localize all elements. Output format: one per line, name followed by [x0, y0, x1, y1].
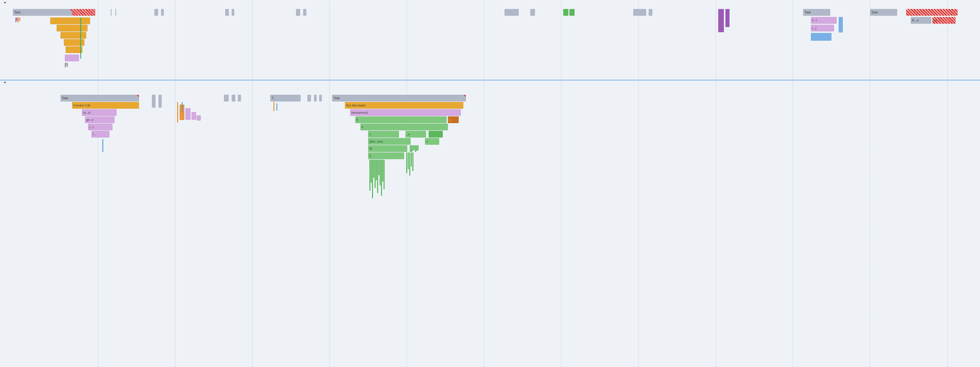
main-task-right-1[interactable]: Task: [803, 9, 830, 16]
main-small-task-5[interactable]: [296, 9, 300, 16]
main-gold-3[interactable]: [60, 32, 86, 38]
main-paren-block[interactable]: (...): [811, 25, 834, 32]
main-lat-block[interactable]: La...t: [932, 17, 956, 24]
worker-gray-2[interactable]: [232, 95, 235, 102]
worker-gray-3[interactable]: [238, 95, 241, 102]
worker-gray-5[interactable]: [314, 95, 317, 102]
worker-e-label: _e: [407, 132, 410, 136]
grid-line: [870, 0, 870, 367]
worker-bar-cluster-v: [406, 152, 414, 178]
worker-gray-6[interactable]: [319, 95, 322, 102]
main-green-2[interactable]: [570, 9, 574, 16]
worker-ft-paren-label: (...: [449, 118, 453, 121]
worker-z[interactable]: z: [368, 131, 399, 137]
worker-W[interactable]: W: [368, 145, 407, 152]
worker-small-task-1[interactable]: [152, 95, 156, 108]
main-task-2450-2[interactable]: [649, 9, 652, 16]
worker-anon-1-label: (a...s): [83, 111, 91, 114]
grid-line: [252, 0, 253, 367]
worker-t-label: T...: [272, 96, 276, 100]
main-green-1[interactable]: [563, 9, 568, 16]
main-paren-label: (...): [812, 27, 816, 30]
section-separator: [0, 80, 980, 80]
main-task-1-striped[interactable]: [72, 9, 95, 16]
worker-e[interactable]: _e: [406, 131, 426, 137]
grid-line: [175, 0, 175, 367]
worker-bar-cluster-w: [410, 145, 418, 152]
main-blue-block[interactable]: [839, 17, 843, 32]
worker-bar-1060: [274, 102, 274, 111]
worker-f-label: f...: [93, 132, 96, 136]
main-task-right-2-label: Task: [871, 11, 878, 14]
main-task-mid-2[interactable]: [530, 9, 535, 16]
worker-lt[interactable]: lt: [360, 124, 448, 130]
worker-small-task-2[interactable]: [159, 95, 162, 108]
main-purple-1[interactable]: [65, 54, 79, 61]
main-section-header[interactable]: [2, 2, 9, 5]
main-task-1[interactable]: Task: [13, 9, 72, 16]
worker-task-1[interactable]: Task: [60, 95, 139, 102]
main-blue-rect[interactable]: [811, 33, 832, 41]
worker-task-2-label: Task: [333, 96, 340, 100]
worker-blue-1074: [277, 103, 277, 110]
main-purple-bar-2: [725, 9, 730, 27]
worker-o[interactable]: o: [425, 138, 439, 145]
worker-ft-paren[interactable]: (...: [448, 116, 459, 123]
worker-color-bar-1: [177, 102, 178, 123]
worker-blue-bar-1: [102, 139, 103, 152]
worker-task-2[interactable]: Task: [332, 95, 466, 102]
worker-ge[interactable]: ge...e: [85, 116, 115, 123]
main-lat-label: La...t: [934, 19, 940, 22]
main-task-right-2[interactable]: Task: [870, 9, 897, 16]
grid-lines: [0, 0, 980, 367]
worker-V-label: V: [369, 154, 371, 157]
worker-W-label: W: [369, 147, 372, 150]
main-bar-cluster-1: [16, 18, 20, 24]
worker-purple-block-2[interactable]: [191, 112, 196, 120]
worker-ft[interactable]: ft: [355, 116, 447, 123]
worker-paren[interactable]: (...): [88, 124, 113, 130]
main-fl-label: F...l: [812, 19, 816, 22]
worker-task-1-label: Task: [62, 96, 68, 100]
worker-purple-block-1[interactable]: [185, 108, 191, 120]
main-re-block[interactable]: R...e: [911, 17, 931, 24]
worker-section-header[interactable]: [2, 81, 9, 85]
worker-f[interactable]: f...: [91, 131, 110, 137]
main-small-task-2[interactable]: [161, 9, 164, 16]
worker-gray-4[interactable]: [307, 95, 311, 102]
worker-anon-label: (anonymous): [352, 111, 368, 114]
main-task-mid-1[interactable]: [504, 9, 519, 16]
main-purple-bar-1: [718, 9, 724, 32]
worker-ft-label: ft: [356, 118, 358, 121]
grid-line: [561, 0, 562, 367]
worker-green-sm-1[interactable]: [429, 131, 443, 137]
main-small-task-1[interactable]: [154, 9, 158, 16]
main-fl-block[interactable]: F...l: [811, 17, 837, 24]
main-green-bar-1: [80, 18, 81, 59]
worker-gray-1[interactable]: [224, 95, 229, 102]
worker-t-task[interactable]: T...: [270, 95, 301, 102]
worker-blue-bar-2: [182, 102, 183, 112]
worker-function-call[interactable]: Function Call: [72, 102, 139, 109]
main-gold-4[interactable]: [64, 39, 84, 46]
main-gold-5[interactable]: [66, 46, 83, 53]
worker-V[interactable]: V: [368, 152, 404, 159]
main-task-2450-1[interactable]: [633, 9, 646, 16]
worker-run-microtasks[interactable]: Run Microtasks: [345, 102, 463, 109]
worker-lt-label: lt: [362, 125, 363, 129]
main-small-task-3[interactable]: [225, 9, 229, 16]
grid-line: [947, 0, 948, 367]
worker-anon-1[interactable]: (a...s): [82, 109, 117, 116]
main-small-task-4[interactable]: [232, 9, 234, 16]
main-re-label: R...e: [912, 19, 918, 22]
main-thin-1: [111, 9, 111, 16]
main-task-striped-right[interactable]: [906, 9, 958, 16]
worker-anonous[interactable]: (ano...ous): [368, 138, 410, 145]
main-small-task-6[interactable]: [303, 9, 306, 16]
worker-anonymous[interactable]: (anonymous): [350, 109, 461, 116]
main-gold-1[interactable]: [50, 18, 90, 24]
main-gold-2[interactable]: [57, 25, 88, 32]
worker-purple-block-3[interactable]: [197, 115, 201, 121]
grid-line: [98, 0, 98, 367]
main-bar-cluster-2: [65, 63, 68, 67]
